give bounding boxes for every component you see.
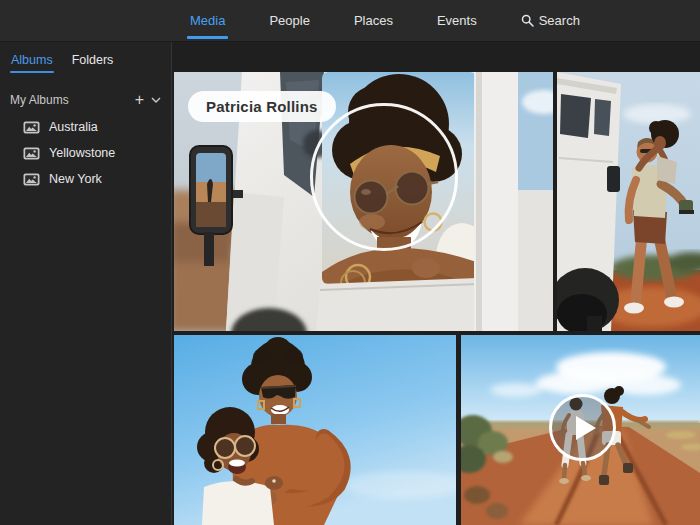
photo-tile-friends-piggyback-sky[interactable]: [174, 335, 456, 525]
tab-events-label: Events: [437, 13, 477, 28]
tab-search[interactable]: Search: [521, 0, 580, 41]
photo-tile-van-window-portrait[interactable]: Patricia Rollins: [174, 72, 553, 331]
tab-media-label: Media: [190, 13, 225, 28]
album-item-new-york[interactable]: New York: [0, 166, 171, 192]
photo-album-icon: [23, 147, 40, 160]
album-list: Australia Yellowstone: [0, 114, 171, 192]
sidebar-tab-folders[interactable]: Folders: [71, 53, 115, 76]
my-albums-header: My Albums +: [10, 93, 161, 107]
album-item-australia[interactable]: Australia: [0, 114, 171, 140]
play-button[interactable]: [549, 394, 616, 461]
tab-places-label: Places: [354, 13, 393, 28]
photo-tile-dirt-road-video[interactable]: [461, 335, 700, 525]
face-tag-name: Patricia Rollins: [206, 98, 318, 115]
tab-people-label: People: [269, 13, 309, 28]
album-name: Australia: [49, 120, 98, 134]
photo-album-icon: [23, 121, 40, 134]
tab-search-label: Search: [539, 13, 580, 28]
media-grid: Patricia Rollins: [172, 42, 700, 525]
sidebar-tab-albums[interactable]: Albums: [10, 53, 54, 76]
sidebar-tab-albums-label: Albums: [11, 53, 53, 67]
sidebar-tab-folders-label: Folders: [72, 53, 114, 67]
add-album-button[interactable]: +: [135, 94, 144, 106]
tab-places[interactable]: Places: [354, 0, 393, 41]
chevron-down-icon[interactable]: [151, 97, 161, 103]
face-detect-circle[interactable]: [310, 103, 458, 251]
organizer-window: Media People Places Events Search Albums: [0, 0, 700, 525]
sidebar: Albums Folders My Albums +: [0, 42, 172, 525]
couple-piggyback-photo: [557, 72, 700, 331]
photo-tile-couple-piggyback-van[interactable]: [557, 72, 700, 331]
tab-events[interactable]: Events: [437, 0, 477, 41]
search-icon: [521, 14, 534, 27]
tab-media[interactable]: Media: [190, 0, 225, 41]
my-albums-title: My Albums: [10, 93, 69, 107]
friends-piggyback-photo: [174, 335, 456, 525]
album-name: New York: [49, 172, 102, 186]
photo-album-icon: [23, 173, 40, 186]
album-name: Yellowstone: [49, 146, 115, 160]
face-tag-pill[interactable]: Patricia Rollins: [188, 91, 336, 122]
top-nav: Media People Places Events Search: [0, 0, 700, 42]
tab-people[interactable]: People: [269, 0, 309, 41]
play-icon: [576, 416, 596, 440]
sidebar-tabs: Albums Folders: [0, 42, 171, 76]
album-item-yellowstone[interactable]: Yellowstone: [0, 140, 171, 166]
